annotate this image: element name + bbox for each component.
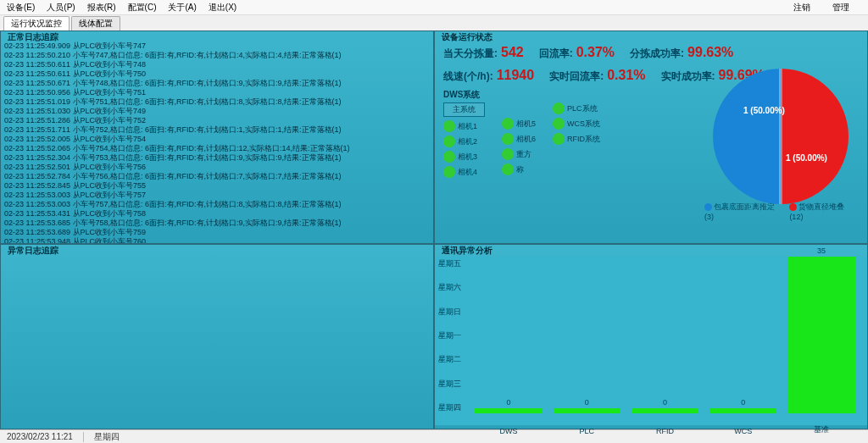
normal-log-body[interactable]: 02-23 11:25:49.909 从PLC收到小车号74702-23 11:…	[1, 31, 433, 243]
y-tick-label: 星期二	[438, 354, 461, 365]
log-line: 02-23 11:25:50.671 小车号748,格口信息: 6面扫:有,RF…	[4, 79, 430, 88]
bar: 0	[632, 408, 698, 413]
bar-group: 35基准	[784, 257, 859, 413]
bar-value: 0	[585, 398, 589, 407]
reflow-label: 回流率:	[539, 47, 573, 61]
tabbar: 运行状况监控 线体配置	[0, 15, 868, 30]
log-line: 02-23 11:25:52.501 从PLC收到小车号756	[4, 163, 430, 172]
scale-label: 称	[516, 164, 524, 175]
bar: 0	[709, 408, 776, 413]
status-dot-icon	[443, 151, 455, 163]
rt-reflow-value: 0.31%	[607, 68, 645, 83]
bar-value: 35	[817, 246, 826, 255]
bar: 0	[554, 408, 620, 413]
log-line: 02-23 11:25:50.611 从PLC收到小车号748	[4, 60, 430, 69]
x-tick-label: RFID	[656, 427, 674, 435]
cam3-label: 相机3	[458, 152, 477, 163]
log-line: 02-23 11:25:53.431 从PLC收到小车号758	[4, 209, 430, 219]
bar: 35	[787, 257, 854, 413]
x-tick-label: 基准	[814, 424, 829, 435]
comm-panel: 通讯异常分析 星期五星期六星期日星期一星期二星期三星期四 0DWS0PLC0RF…	[434, 244, 868, 429]
status-dot-icon	[502, 163, 514, 175]
y-tick-label: 星期一	[438, 330, 461, 341]
success-label: 分拣成功率:	[630, 47, 684, 61]
menu-exit[interactable]: 退出(X)	[209, 2, 236, 14]
success-value: 99.63%	[687, 45, 733, 60]
status-dot-icon	[443, 136, 455, 147]
bar-value: 0	[507, 398, 511, 407]
x-tick-label: WCS	[734, 427, 752, 435]
rt-reflow-label: 实时回流率:	[549, 69, 604, 84]
cam4-label: 相机4	[458, 167, 477, 178]
status-panel: 设备运行状态 当天分拣量:542 回流率:0.37% 分拣成功率:99.63% …	[434, 30, 868, 244]
today-count-value: 542	[501, 45, 524, 60]
status-dot-icon	[553, 102, 565, 114]
normal-log-title: 正常日志追踪	[4, 30, 62, 44]
status-dot-icon	[502, 118, 514, 130]
y-tick-label: 星期日	[438, 307, 461, 318]
abnormal-log-body[interactable]	[1, 245, 433, 429]
log-line: 02-23 11:25:53.689 从PLC收到小车号759	[4, 228, 430, 237]
cam5-label: 相机5	[516, 119, 536, 130]
cam6-label: 相机6	[516, 134, 536, 145]
bar-group: 0RFID	[627, 257, 702, 413]
x-tick-label: DWS	[500, 427, 518, 435]
y-tick-label: 星期六	[438, 282, 461, 293]
log-line: 02-23 11:25:52.005 从PLC收到小车号754	[4, 135, 430, 144]
tab-lineconfig[interactable]: 线体配置	[71, 16, 120, 30]
log-line: 02-23 11:25:50.611 从PLC收到小车号750	[4, 69, 430, 79]
log-line: 02-23 11:25:49.909 从PLC收到小车号747	[4, 42, 430, 51]
menu-device[interactable]: 设备(E)	[7, 2, 35, 14]
log-line: 02-23 11:25:52.304 小车号753,格口信息: 6面扫:有,RF…	[4, 153, 430, 163]
today-count-label: 当天分拣量:	[443, 47, 498, 61]
status-weekday: 星期四	[94, 431, 120, 443]
tab-monitor[interactable]: 运行状况监控	[3, 16, 70, 30]
vol-label: 重方	[516, 149, 531, 160]
log-line: 02-23 11:25:53.003 从PLC收到小车号757	[4, 191, 430, 200]
normal-log-panel: 正常日志追踪 02-23 11:25:49.909 从PLC收到小车号74702…	[0, 30, 434, 244]
comm-title: 通讯异常分析	[438, 244, 496, 257]
rfid-label: RFID系统	[567, 134, 600, 145]
menu-admin[interactable]: 管理	[832, 2, 849, 14]
menu-about[interactable]: 关于(A)	[168, 2, 196, 14]
menubar: 设备(E) 人员(P) 报表(R) 配置(C) 关于(A) 退出(X) 注销 管…	[0, 0, 868, 15]
bar-group: 0WCS	[706, 257, 781, 413]
status-dot-icon	[502, 133, 514, 145]
legend-item-a: 包裹底面距离推定(3)	[704, 202, 782, 221]
reflow-value: 0.37%	[576, 45, 615, 60]
log-line: 02-23 11:25:53.685 小车号758,格口信息: 6面扫:有,RF…	[4, 219, 430, 228]
log-line: 02-23 11:25:50.956 从PLC收到小车号751	[4, 88, 430, 97]
bar: 0	[475, 408, 542, 413]
legend-item-b: 货物直径堆叠(12)	[789, 202, 857, 221]
status-title: 设备运行状态	[438, 30, 496, 44]
log-line: 02-23 11:25:51.286 从PLC收到小车号752	[4, 116, 430, 125]
log-line: 02-23 11:25:51.711 小车号752,格口信息: 6面扫:有,RF…	[4, 125, 430, 135]
bar-chart: 星期五星期六星期日星期一星期二星期三星期四 0DWS0PLC0RFID0WCS3…	[435, 257, 867, 425]
abnormal-log-panel: 异常日志追踪	[0, 244, 434, 429]
menu-logout[interactable]: 注销	[793, 2, 810, 14]
menu-report[interactable]: 报表(R)	[87, 2, 116, 14]
status-datetime: 2023/02/23 11:21	[7, 432, 73, 441]
log-line: 02-23 11:25:52.845 从PLC收到小车号755	[4, 181, 430, 191]
bar-value: 0	[741, 398, 745, 407]
pie-slice-a-label: 1 (50.00%)	[743, 106, 785, 115]
status-dot-icon	[553, 133, 565, 145]
x-tick-label: PLC	[580, 427, 595, 435]
main-system: 主系统	[443, 102, 485, 117]
log-line: 02-23 11:25:53.003 小车号757,格口信息: 6面扫:有,RF…	[4, 200, 430, 209]
status-dot-icon	[443, 120, 455, 132]
speed-label: 线速(个/h):	[443, 69, 493, 84]
log-line: 02-23 11:25:53.948 从PLC收到小车号760	[4, 237, 430, 243]
bar-group: 0DWS	[471, 257, 546, 413]
bar-group: 0PLC	[549, 257, 624, 413]
y-tick-label: 星期四	[438, 402, 461, 413]
log-line: 02-23 11:25:50.210 小车号747,格口信息: 6面扫:有,RF…	[4, 51, 430, 60]
log-line: 02-23 11:25:51.030 从PLC收到小车号749	[4, 107, 430, 116]
log-line: 02-23 11:25:52.065 小车号754,格口信息: 6面扫:有,RF…	[4, 144, 430, 153]
y-tick-label: 星期三	[438, 379, 461, 390]
menu-personnel[interactable]: 人员(P)	[47, 2, 75, 14]
bar-value: 0	[663, 398, 667, 407]
wcs-label: WCS系统	[567, 119, 600, 130]
y-tick-label: 星期五	[438, 258, 461, 269]
menu-config[interactable]: 配置(C)	[128, 2, 157, 14]
